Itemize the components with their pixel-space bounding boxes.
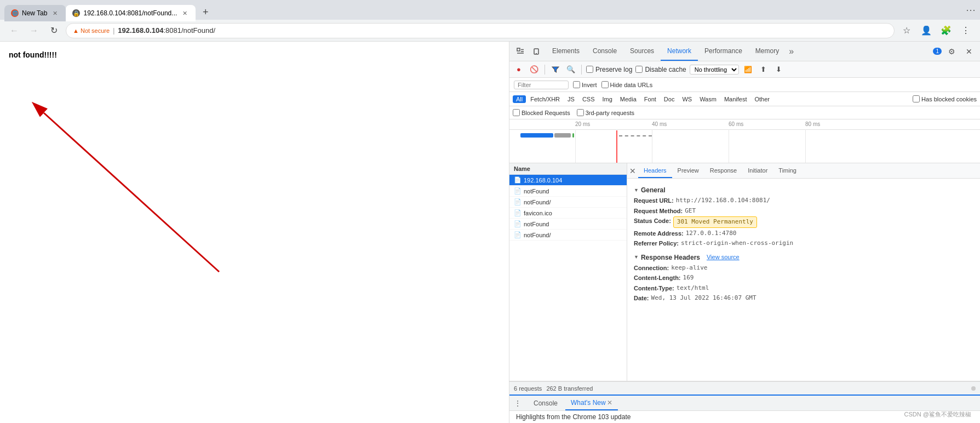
device-toolbar-icon[interactable] xyxy=(529,44,545,59)
menu-button[interactable]: ⋮ xyxy=(958,23,973,38)
tab-elements[interactable]: Elements xyxy=(546,42,586,61)
status-scrollbar[interactable] xyxy=(971,386,976,391)
type-ws[interactable]: WS xyxy=(679,95,695,103)
type-wasm[interactable]: Wasm xyxy=(696,95,720,103)
search-icon[interactable]: 🔍 xyxy=(565,64,577,76)
headers-tab-timing[interactable]: Timing xyxy=(773,163,802,178)
disable-cache-label[interactable]: Disable cache xyxy=(635,66,686,73)
headers-tab-preview[interactable]: Preview xyxy=(672,163,704,178)
request-item-2[interactable]: 📄 notFound/ xyxy=(509,197,627,208)
download-icon[interactable]: ⬇ xyxy=(773,64,785,76)
filter-input[interactable] xyxy=(514,81,569,89)
page-not-found-text: not found!!!!! xyxy=(0,42,509,68)
bottom-three-dots[interactable]: ⋮ xyxy=(514,399,521,408)
headers-tab-headers[interactable]: Headers xyxy=(638,163,672,178)
type-other[interactable]: Other xyxy=(751,95,773,103)
svg-rect-2 xyxy=(517,48,520,51)
content-type-key: Content-Type: xyxy=(634,284,674,293)
third-party-label[interactable]: 3rd-party requests xyxy=(577,109,634,116)
tab-favicon-newtab: 🌐 xyxy=(11,9,19,17)
network-filter-bar: Invert Hide data URLs xyxy=(509,78,980,92)
type-fetch-xhr[interactable]: Fetch/XHR xyxy=(527,95,563,103)
tab-newtab[interactable]: 🌐 New Tab ✕ xyxy=(4,5,66,21)
connection-row: Connection: keep-alive xyxy=(634,264,973,273)
timeline-bar-blue xyxy=(520,133,553,138)
view-source-link[interactable]: View source xyxy=(707,253,740,262)
timeline-mark-80ms: 80 ms xyxy=(805,121,820,127)
forward-button[interactable]: → xyxy=(26,23,42,38)
devtools-more-tabs[interactable]: » xyxy=(786,47,797,56)
request-method-row: Request Method: GET xyxy=(634,207,973,216)
tab-performance[interactable]: Performance xyxy=(698,42,749,61)
record-button[interactable]: ● xyxy=(513,64,525,76)
type-media[interactable]: Media xyxy=(617,95,640,103)
content-length-value: 169 xyxy=(683,273,694,283)
back-button[interactable]: ← xyxy=(7,23,22,38)
tab-network[interactable]: Network xyxy=(661,42,698,61)
new-tab-button[interactable]: + xyxy=(198,4,213,20)
tab-close-newtab[interactable]: ✕ xyxy=(50,9,59,18)
has-blocked-cookies-label[interactable]: Has blocked cookies xyxy=(913,95,977,102)
bottom-tab-whats-new[interactable]: What's New ✕ xyxy=(565,396,618,410)
headers-content: General Request URL: http://192.168.0.10… xyxy=(627,179,980,381)
transferred-size: 262 B transferred xyxy=(546,385,593,392)
request-item-4[interactable]: 📄 notFound xyxy=(509,219,627,230)
has-blocked-checkbox[interactable] xyxy=(913,95,920,102)
svg-line-1 xyxy=(44,113,219,272)
tab-title-main: 192.168.0.104:8081/notFound... xyxy=(83,9,177,17)
upload-icon[interactable]: ⬆ xyxy=(758,64,770,76)
address-box[interactable]: ▲ Not secure | 192.168.0.104:8081/notFou… xyxy=(66,23,895,38)
devtools-settings-icon[interactable]: ⚙ xyxy=(944,44,959,59)
type-all[interactable]: All xyxy=(513,95,526,103)
invert-checkbox[interactable] xyxy=(573,81,580,88)
headers-tab-response[interactable]: Response xyxy=(704,163,743,178)
preserve-log-label[interactable]: Preserve log xyxy=(586,66,632,73)
request-item-0[interactable]: 📄 192.168.0.104 xyxy=(509,175,627,186)
invert-filter-label[interactable]: Invert xyxy=(573,81,597,88)
type-font[interactable]: Font xyxy=(641,95,660,103)
timeline-mark-20ms: 20 ms xyxy=(575,121,590,127)
tab-main[interactable]: 🔒 192.168.0.104:8081/notFound... ✕ xyxy=(66,5,196,21)
devtools-tabs: Elements Console Sources Network Perform… xyxy=(546,42,797,61)
tab-sources[interactable]: Sources xyxy=(623,42,661,61)
tab-console[interactable]: Console xyxy=(586,42,623,61)
third-party-checkbox[interactable] xyxy=(577,109,584,116)
bottom-tab-close[interactable]: ✕ xyxy=(607,399,612,407)
devtools-close-icon[interactable]: ✕ xyxy=(961,44,977,59)
clear-button[interactable]: 🚫 xyxy=(528,64,540,76)
type-css[interactable]: CSS xyxy=(579,95,598,103)
type-manifest[interactable]: Manifest xyxy=(721,95,750,103)
type-doc[interactable]: Doc xyxy=(661,95,678,103)
online-icon[interactable]: 📶 xyxy=(742,64,754,76)
disable-cache-checkbox[interactable] xyxy=(635,66,643,73)
filter-icon[interactable] xyxy=(549,64,561,76)
name-list-header: Name xyxy=(509,163,627,175)
referrer-policy-key: Referrer Policy: xyxy=(634,239,679,248)
status-code-key: Status Code: xyxy=(634,216,671,228)
type-img[interactable]: Img xyxy=(599,95,616,103)
throttle-select[interactable]: No throttling xyxy=(690,65,739,75)
content-type-row: Content-Type: text/html xyxy=(634,284,973,293)
request-item-1[interactable]: 📄 notFound xyxy=(509,186,627,197)
doc-icon-0: 📄 xyxy=(514,176,521,184)
profile-button[interactable]: 👤 xyxy=(919,23,934,38)
separator-2 xyxy=(581,65,582,75)
blocked-requests-label[interactable]: Blocked Requests xyxy=(513,109,570,116)
hide-data-urls-checkbox[interactable] xyxy=(601,81,609,88)
refresh-button[interactable]: ↻ xyxy=(46,23,61,38)
timeline-mark-40ms: 40 ms xyxy=(652,121,667,127)
request-item-5[interactable]: 📄 notFound/ xyxy=(509,230,627,241)
extensions-button[interactable]: 🧩 xyxy=(938,23,954,38)
headers-panel-close[interactable]: ✕ xyxy=(629,167,636,175)
request-item-3[interactable]: 📄 favicon.ico xyxy=(509,208,627,219)
blocked-requests-checkbox[interactable] xyxy=(513,109,520,116)
tab-close-main[interactable]: ✕ xyxy=(180,9,189,18)
hide-data-urls-label[interactable]: Hide data URLs xyxy=(601,81,653,88)
type-js[interactable]: JS xyxy=(564,95,578,103)
inspector-icon[interactable] xyxy=(513,44,528,59)
bookmark-button[interactable]: ☆ xyxy=(899,23,914,38)
bottom-tab-console[interactable]: Console xyxy=(528,396,563,410)
tab-memory[interactable]: Memory xyxy=(749,42,786,61)
preserve-log-checkbox[interactable] xyxy=(586,66,593,73)
headers-tab-initiator[interactable]: Initiator xyxy=(742,163,773,178)
